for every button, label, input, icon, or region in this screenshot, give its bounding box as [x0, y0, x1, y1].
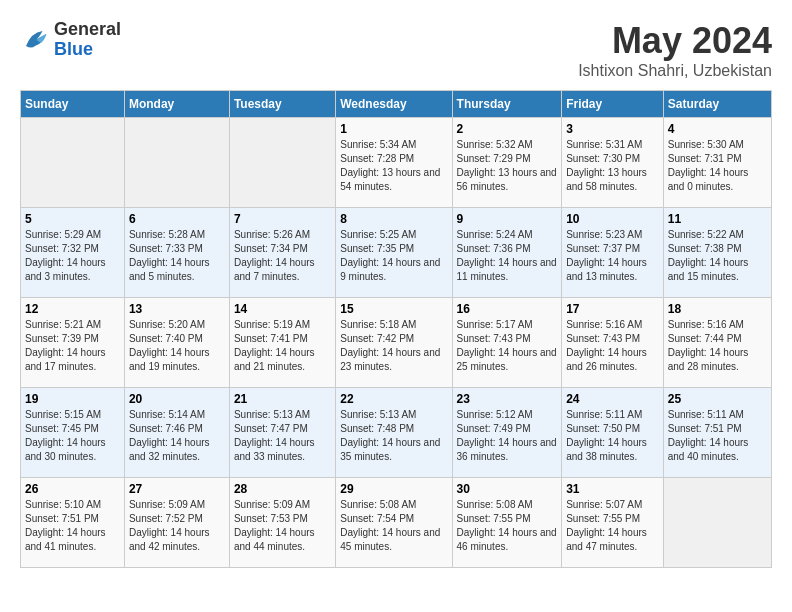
day-info: Sunrise: 5:25 AM Sunset: 7:35 PM Dayligh…: [340, 228, 447, 284]
sunrise-text: Sunrise: 5:23 AM: [566, 229, 642, 240]
sunset-text: Sunset: 7:48 PM: [340, 423, 414, 434]
day-header-sunday: Sunday: [21, 91, 125, 118]
day-number: 1: [340, 122, 447, 136]
day-number: 21: [234, 392, 331, 406]
sunrise-text: Sunrise: 5:25 AM: [340, 229, 416, 240]
day-info: Sunrise: 5:10 AM Sunset: 7:51 PM Dayligh…: [25, 498, 120, 554]
day-number: 26: [25, 482, 120, 496]
day-info: Sunrise: 5:22 AM Sunset: 7:38 PM Dayligh…: [668, 228, 767, 284]
day-number: 17: [566, 302, 659, 316]
daylight-text: Daylight: 14 hours and 15 minutes.: [668, 257, 749, 282]
calendar-cell: 15 Sunrise: 5:18 AM Sunset: 7:42 PM Dayl…: [336, 298, 452, 388]
calendar-cell: 11 Sunrise: 5:22 AM Sunset: 7:38 PM Dayl…: [663, 208, 771, 298]
calendar-cell: 20 Sunrise: 5:14 AM Sunset: 7:46 PM Dayl…: [124, 388, 229, 478]
calendar-subtitle: Ishtixon Shahri, Uzbekistan: [578, 62, 772, 80]
sunrise-text: Sunrise: 5:20 AM: [129, 319, 205, 330]
day-info: Sunrise: 5:19 AM Sunset: 7:41 PM Dayligh…: [234, 318, 331, 374]
calendar-week-row: 12 Sunrise: 5:21 AM Sunset: 7:39 PM Dayl…: [21, 298, 772, 388]
day-number: 13: [129, 302, 225, 316]
calendar-cell: 1 Sunrise: 5:34 AM Sunset: 7:28 PM Dayli…: [336, 118, 452, 208]
day-info: Sunrise: 5:12 AM Sunset: 7:49 PM Dayligh…: [457, 408, 558, 464]
sunrise-text: Sunrise: 5:19 AM: [234, 319, 310, 330]
day-number: 8: [340, 212, 447, 226]
sunrise-text: Sunrise: 5:17 AM: [457, 319, 533, 330]
day-number: 24: [566, 392, 659, 406]
calendar-cell: 2 Sunrise: 5:32 AM Sunset: 7:29 PM Dayli…: [452, 118, 562, 208]
sunset-text: Sunset: 7:39 PM: [25, 333, 99, 344]
daylight-text: Daylight: 14 hours and 7 minutes.: [234, 257, 315, 282]
day-header-wednesday: Wednesday: [336, 91, 452, 118]
sunset-text: Sunset: 7:54 PM: [340, 513, 414, 524]
sunrise-text: Sunrise: 5:26 AM: [234, 229, 310, 240]
sunset-text: Sunset: 7:43 PM: [566, 333, 640, 344]
sunset-text: Sunset: 7:55 PM: [566, 513, 640, 524]
daylight-text: Daylight: 14 hours and 45 minutes.: [340, 527, 440, 552]
day-number: 16: [457, 302, 558, 316]
daylight-text: Daylight: 14 hours and 28 minutes.: [668, 347, 749, 372]
sunset-text: Sunset: 7:37 PM: [566, 243, 640, 254]
day-header-thursday: Thursday: [452, 91, 562, 118]
calendar-cell: 7 Sunrise: 5:26 AM Sunset: 7:34 PM Dayli…: [229, 208, 335, 298]
day-header-tuesday: Tuesday: [229, 91, 335, 118]
sunrise-text: Sunrise: 5:30 AM: [668, 139, 744, 150]
daylight-text: Daylight: 14 hours and 3 minutes.: [25, 257, 106, 282]
daylight-text: Daylight: 14 hours and 9 minutes.: [340, 257, 440, 282]
sunrise-text: Sunrise: 5:13 AM: [340, 409, 416, 420]
sunset-text: Sunset: 7:30 PM: [566, 153, 640, 164]
daylight-text: Daylight: 14 hours and 35 minutes.: [340, 437, 440, 462]
calendar-table: SundayMondayTuesdayWednesdayThursdayFrid…: [20, 90, 772, 568]
sunrise-text: Sunrise: 5:16 AM: [566, 319, 642, 330]
sunrise-text: Sunrise: 5:11 AM: [566, 409, 642, 420]
daylight-text: Daylight: 14 hours and 41 minutes.: [25, 527, 106, 552]
sunset-text: Sunset: 7:45 PM: [25, 423, 99, 434]
sunrise-text: Sunrise: 5:21 AM: [25, 319, 101, 330]
day-number: 27: [129, 482, 225, 496]
day-info: Sunrise: 5:08 AM Sunset: 7:54 PM Dayligh…: [340, 498, 447, 554]
calendar-cell: [124, 118, 229, 208]
sunset-text: Sunset: 7:43 PM: [457, 333, 531, 344]
day-number: 29: [340, 482, 447, 496]
calendar-cell: 14 Sunrise: 5:19 AM Sunset: 7:41 PM Dayl…: [229, 298, 335, 388]
calendar-week-row: 26 Sunrise: 5:10 AM Sunset: 7:51 PM Dayl…: [21, 478, 772, 568]
daylight-text: Daylight: 14 hours and 13 minutes.: [566, 257, 647, 282]
daylight-text: Daylight: 14 hours and 0 minutes.: [668, 167, 749, 192]
calendar-cell: 4 Sunrise: 5:30 AM Sunset: 7:31 PM Dayli…: [663, 118, 771, 208]
sunrise-text: Sunrise: 5:22 AM: [668, 229, 744, 240]
sunrise-text: Sunrise: 5:09 AM: [129, 499, 205, 510]
day-number: 7: [234, 212, 331, 226]
day-info: Sunrise: 5:09 AM Sunset: 7:52 PM Dayligh…: [129, 498, 225, 554]
sunrise-text: Sunrise: 5:31 AM: [566, 139, 642, 150]
day-number: 25: [668, 392, 767, 406]
calendar-cell: 6 Sunrise: 5:28 AM Sunset: 7:33 PM Dayli…: [124, 208, 229, 298]
day-info: Sunrise: 5:30 AM Sunset: 7:31 PM Dayligh…: [668, 138, 767, 194]
daylight-text: Daylight: 14 hours and 38 minutes.: [566, 437, 647, 462]
day-info: Sunrise: 5:11 AM Sunset: 7:51 PM Dayligh…: [668, 408, 767, 464]
day-info: Sunrise: 5:18 AM Sunset: 7:42 PM Dayligh…: [340, 318, 447, 374]
calendar-cell: [21, 118, 125, 208]
day-number: 15: [340, 302, 447, 316]
daylight-text: Daylight: 14 hours and 23 minutes.: [340, 347, 440, 372]
day-info: Sunrise: 5:26 AM Sunset: 7:34 PM Dayligh…: [234, 228, 331, 284]
day-header-saturday: Saturday: [663, 91, 771, 118]
sunset-text: Sunset: 7:31 PM: [668, 153, 742, 164]
day-number: 5: [25, 212, 120, 226]
daylight-text: Daylight: 14 hours and 25 minutes.: [457, 347, 557, 372]
daylight-text: Daylight: 14 hours and 11 minutes.: [457, 257, 557, 282]
daylight-text: Daylight: 14 hours and 47 minutes.: [566, 527, 647, 552]
sunset-text: Sunset: 7:55 PM: [457, 513, 531, 524]
calendar-cell: 30 Sunrise: 5:08 AM Sunset: 7:55 PM Dayl…: [452, 478, 562, 568]
sunset-text: Sunset: 7:46 PM: [129, 423, 203, 434]
calendar-cell: 25 Sunrise: 5:11 AM Sunset: 7:51 PM Dayl…: [663, 388, 771, 478]
sunset-text: Sunset: 7:32 PM: [25, 243, 99, 254]
day-number: 4: [668, 122, 767, 136]
day-number: 20: [129, 392, 225, 406]
calendar-cell: 28 Sunrise: 5:09 AM Sunset: 7:53 PM Dayl…: [229, 478, 335, 568]
calendar-week-row: 19 Sunrise: 5:15 AM Sunset: 7:45 PM Dayl…: [21, 388, 772, 478]
day-info: Sunrise: 5:14 AM Sunset: 7:46 PM Dayligh…: [129, 408, 225, 464]
calendar-cell: 5 Sunrise: 5:29 AM Sunset: 7:32 PM Dayli…: [21, 208, 125, 298]
daylight-text: Daylight: 14 hours and 32 minutes.: [129, 437, 210, 462]
logo-line2: Blue: [54, 40, 121, 60]
sunrise-text: Sunrise: 5:32 AM: [457, 139, 533, 150]
sunrise-text: Sunrise: 5:15 AM: [25, 409, 101, 420]
day-info: Sunrise: 5:21 AM Sunset: 7:39 PM Dayligh…: [25, 318, 120, 374]
